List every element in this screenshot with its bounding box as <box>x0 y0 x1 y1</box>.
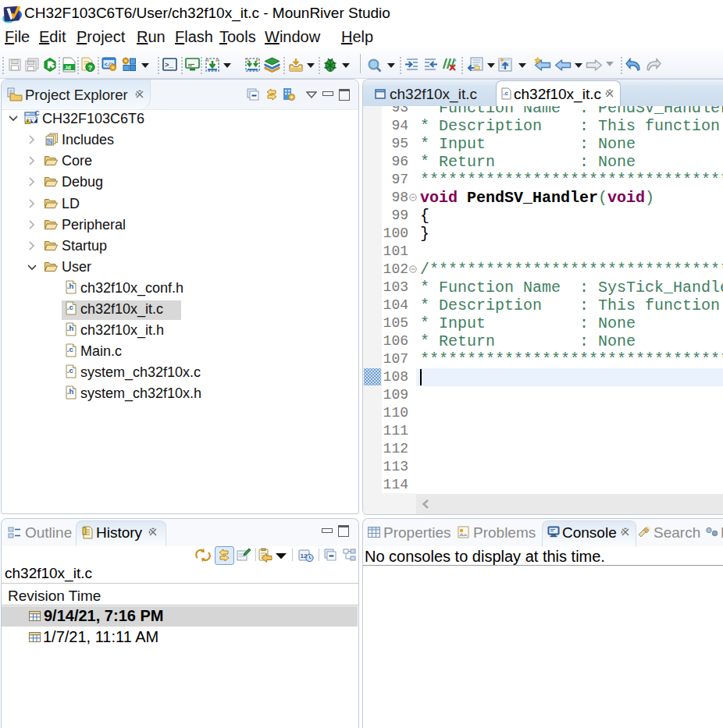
svg-text:.h: .h <box>67 324 74 332</box>
svg-text:h: h <box>48 138 52 145</box>
svg-text:C: C <box>35 110 40 117</box>
svg-text:.ld: .ld <box>64 64 71 71</box>
svg-text:.c: .c <box>67 366 73 375</box>
svg-text:.c: .c <box>503 90 508 97</box>
svg-text:>_: >_ <box>165 62 173 69</box>
svg-text:.c: .c <box>67 303 73 311</box>
svg-text:.c: .c <box>67 345 73 353</box>
svg-text:.h: .h <box>67 282 74 290</box>
svg-text:?: ? <box>88 64 93 72</box>
svg-text:.h: .h <box>67 387 74 396</box>
